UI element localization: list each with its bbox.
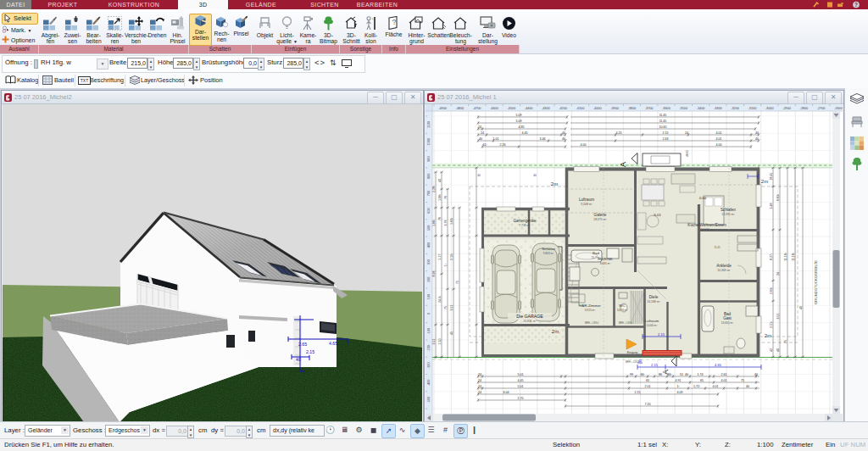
svg-text:1.72¹: 1.72¹	[693, 385, 701, 388]
svg-text:4.25: 4.25	[616, 131, 622, 135]
svg-text:3,673 m²: 3,673 m²	[617, 309, 628, 312]
svg-text:4.91: 4.91	[676, 379, 682, 382]
svg-text:18,975 m²: 18,975 m²	[593, 218, 607, 221]
svg-text:-3900: -3900	[610, 107, 619, 110]
svg-text:65: 65	[646, 379, 649, 382]
svg-text:14,168 m²: 14,168 m²	[647, 300, 660, 303]
svg-text:4.00: 4.00	[581, 143, 587, 147]
svg-text:0: 0	[427, 313, 431, 315]
svg-text:?: ?	[854, 2, 858, 8]
svg-text:-5.01: -5.01	[653, 213, 661, 217]
svg-text:800: 800	[427, 174, 431, 179]
svg-text:8.96: 8.96	[432, 271, 436, 277]
svg-text:Ankleide: Ankleide	[716, 264, 732, 268]
svg-text:40: 40	[533, 174, 537, 177]
svg-text:4.09: 4.09	[677, 391, 683, 394]
svg-text:11.45: 11.45	[659, 120, 667, 123]
svg-text:2.28¹: 2.28¹	[432, 185, 436, 192]
svg-text:Die GARAGE: Die GARAGE	[516, 314, 543, 319]
svg-text:5.09: 5.09	[516, 120, 522, 123]
svg-text:Eingang: Eingang	[627, 351, 638, 354]
svg-text:-4600: -4600	[490, 107, 498, 110]
svg-text:2m: 2m	[551, 181, 558, 187]
svg-text:0,000 m²: 0,000 m²	[647, 324, 658, 327]
svg-text:51: 51	[680, 373, 683, 376]
svg-text:7,735 m²: 7,735 m²	[519, 224, 531, 227]
svg-text:200: 200	[427, 277, 431, 282]
svg-text:-3100: -3100	[748, 107, 757, 110]
svg-text:Gast: Gast	[723, 316, 732, 320]
svg-text:2.12¹: 2.12¹	[450, 253, 453, 260]
svg-text:5.17: 5.17	[438, 254, 442, 260]
svg-text:HWR/SK: HWR/SK	[598, 257, 613, 261]
svg-text:Luftraum: Luftraum	[645, 319, 659, 323]
svg-text:40: 40	[438, 179, 442, 182]
svg-text:4.01: 4.01	[716, 137, 722, 141]
svg-text:40: 40	[755, 131, 759, 135]
svg-text:40: 40	[754, 373, 758, 376]
svg-text:Terrasse: Terrasse	[542, 247, 556, 251]
svg-text:-3300: -3300	[714, 107, 722, 110]
svg-text:-4200: -4200	[559, 107, 567, 110]
svg-text:2.51¹: 2.51¹	[770, 320, 773, 328]
svg-text:1.66¹: 1.66¹	[438, 193, 442, 201]
svg-text:4.85: 4.85	[519, 125, 525, 129]
svg-text:4.01: 4.01	[716, 131, 722, 135]
svg-text:1.63¹: 1.63¹	[450, 217, 453, 225]
svg-text:3,925 m²: 3,925 m²	[585, 309, 596, 312]
svg-text:BRH + 139.0: BRH + 139.0	[619, 321, 633, 325]
svg-text:-3400: -3400	[697, 107, 705, 110]
svg-text:26,831 m²: 26,831 m²	[523, 320, 537, 323]
svg-text:-2800: -2800	[799, 107, 808, 110]
svg-text:11.18¹: 11.18¹	[784, 252, 787, 261]
svg-text:2.01: 2.01	[645, 385, 651, 388]
svg-text:100: 100	[427, 294, 431, 299]
svg-text:2.61: 2.61	[721, 373, 727, 376]
svg-text:-2600: -2600	[834, 107, 843, 110]
svg-text:HAR-Zimmer: HAR-Zimmer	[579, 303, 601, 308]
svg-text:Gartengeräte: Gartengeräte	[513, 219, 537, 223]
svg-text:1100: 1100	[427, 121, 431, 128]
svg-text:900: 900	[427, 156, 431, 161]
svg-text:9,863 m²: 9,863 m²	[543, 252, 554, 255]
svg-text:3.76: 3.76	[444, 220, 448, 226]
svg-text:700: 700	[427, 191, 431, 196]
svg-text:2.15: 2.15	[306, 349, 314, 354]
svg-text:Luftraum: Luftraum	[579, 198, 594, 202]
svg-text:-3700: -3700	[645, 107, 654, 110]
svg-text:2.15: 2.15	[658, 332, 665, 337]
svg-text:-4700: -4700	[473, 107, 481, 110]
svg-text:2.15: 2.15	[663, 131, 669, 135]
svg-text:11.45: 11.45	[659, 114, 667, 117]
svg-text:24: 24	[478, 125, 481, 129]
svg-text:Schlafen: Schlafen	[721, 208, 736, 212]
svg-text:24: 24	[481, 131, 484, 135]
svg-text:BRH + 126.5: BRH + 126.5	[626, 360, 640, 364]
svg-text:40: 40	[479, 137, 482, 141]
svg-text:40.03: 40.03	[686, 150, 689, 157]
svg-text:2m: 2m	[552, 329, 559, 334]
svg-text:A: A	[661, 370, 670, 375]
svg-text:61¹: 61¹	[482, 143, 487, 147]
svg-text:24: 24	[478, 385, 481, 388]
svg-text:1.01: 1.01	[493, 137, 499, 141]
svg-text:9,268 m²: 9,268 m²	[581, 203, 593, 206]
svg-text:65: 65	[700, 379, 704, 382]
svg-text:4.65: 4.65	[329, 341, 337, 346]
svg-text:A: A	[619, 162, 627, 167]
svg-text:40: 40	[562, 137, 565, 141]
svg-text:-3800: -3800	[627, 107, 636, 110]
svg-text:2m: 2m	[761, 179, 768, 184]
svg-text:40: 40	[638, 359, 642, 363]
svg-text:Diele: Diele	[649, 295, 659, 299]
svg-text:40: 40	[776, 348, 780, 352]
svg-text:2.15: 2.15	[651, 363, 659, 367]
svg-text:GRUNDSTÜCKSGRENZE: GRUNDSTÜCKSGRENZE	[814, 260, 818, 304]
svg-text:-3000: -3000	[765, 107, 774, 110]
svg-text:1000: 1000	[427, 138, 431, 145]
svg-text:-3500: -3500	[679, 107, 687, 110]
svg-text:5.09: 5.09	[516, 114, 522, 117]
svg-text:6.04: 6.04	[504, 391, 509, 394]
svg-text:10,369 m²: 10,369 m²	[717, 269, 731, 272]
svg-text:76: 76	[438, 217, 442, 220]
